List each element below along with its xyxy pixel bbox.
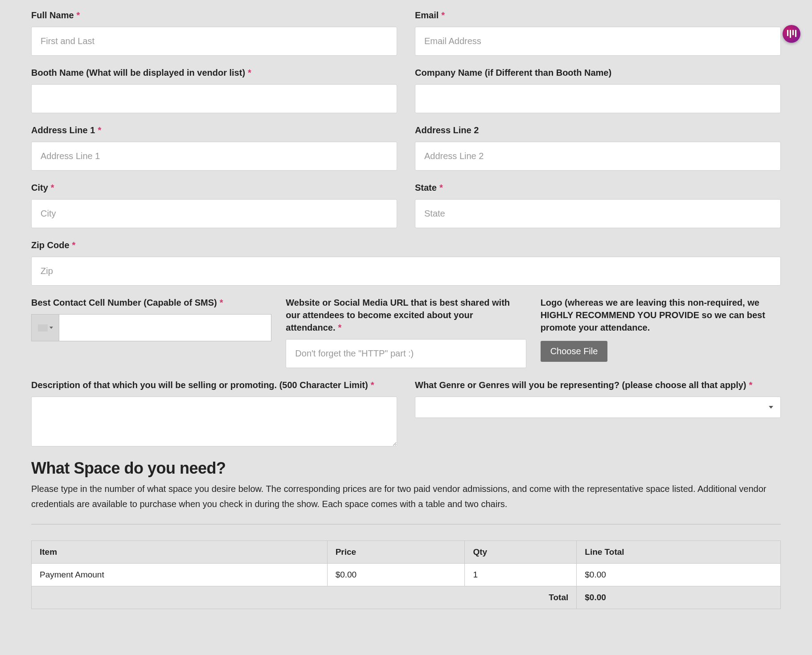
website-label: Website or Social Media URL that is best… — [286, 296, 526, 334]
table-total-label: Total — [32, 586, 577, 609]
booth-name-input[interactable] — [31, 84, 397, 113]
city-label: City* — [31, 181, 397, 194]
required-marker: * — [338, 323, 341, 332]
floating-widget-button[interactable] — [783, 25, 800, 43]
company-name-label: Company Name (if Different than Booth Na… — [415, 66, 781, 79]
city-input[interactable] — [31, 199, 397, 228]
genre-select[interactable] — [415, 397, 781, 418]
flag-icon — [38, 324, 48, 332]
equalizer-icon — [787, 30, 796, 38]
full-name-label: Full Name* — [31, 9, 397, 21]
divider — [31, 524, 781, 524]
table-total-value: $0.00 — [577, 586, 781, 609]
address2-label: Address Line 2 — [415, 124, 781, 136]
address1-input[interactable] — [31, 142, 397, 171]
table-cell-item: Payment Amount — [32, 564, 328, 586]
table-header-price: Price — [327, 541, 465, 564]
email-input[interactable] — [415, 27, 781, 56]
booth-name-label: Booth Name (What will be displayed in ve… — [31, 66, 397, 79]
address2-input[interactable] — [415, 142, 781, 171]
phone-input[interactable] — [59, 314, 271, 341]
state-input[interactable] — [415, 199, 781, 228]
table-header-item: Item — [32, 541, 328, 564]
required-marker: * — [441, 10, 445, 20]
required-marker: * — [371, 380, 374, 390]
state-label: State* — [415, 181, 781, 194]
email-label: Email* — [415, 9, 781, 21]
table-total-row: Total $0.00 — [32, 586, 781, 609]
chevron-down-icon — [769, 406, 773, 409]
required-marker: * — [72, 240, 76, 250]
pricing-table: Item Price Qty Line Total Payment Amount… — [31, 540, 781, 609]
choose-file-button[interactable]: Choose File — [541, 341, 608, 362]
table-cell-price: $0.00 — [327, 564, 465, 586]
table-row: Payment Amount $0.00 1 $0.00 — [32, 564, 781, 586]
table-cell-qty: 1 — [465, 564, 577, 586]
phone-country-selector[interactable] — [31, 314, 59, 341]
website-input[interactable] — [286, 339, 526, 368]
address1-label: Address Line 1* — [31, 124, 397, 136]
required-marker: * — [51, 183, 54, 192]
required-marker: * — [220, 298, 223, 307]
table-header-qty: Qty — [465, 541, 577, 564]
company-name-input[interactable] — [415, 84, 781, 113]
zip-input[interactable] — [31, 257, 781, 286]
space-section-title: What Space do you need? — [31, 459, 781, 478]
required-marker: * — [77, 10, 80, 20]
phone-label: Best Contact Cell Number (Capable of SMS… — [31, 296, 271, 309]
required-marker: * — [98, 125, 101, 135]
zip-label: Zip Code* — [31, 239, 781, 251]
logo-label: Logo (whereas we are leaving this non-re… — [541, 296, 781, 334]
description-label: Description of that which you will be se… — [31, 379, 397, 391]
full-name-input[interactable] — [31, 27, 397, 56]
required-marker: * — [439, 183, 443, 192]
genre-label: What Genre or Genres will you be represe… — [415, 379, 781, 391]
space-section-description: Please type in the number of what space … — [31, 481, 781, 512]
required-marker: * — [248, 68, 251, 78]
description-textarea[interactable] — [31, 397, 397, 446]
chevron-down-icon — [49, 327, 53, 329]
table-cell-line-total: $0.00 — [577, 564, 781, 586]
table-header-line-total: Line Total — [577, 541, 781, 564]
required-marker: * — [749, 380, 753, 390]
